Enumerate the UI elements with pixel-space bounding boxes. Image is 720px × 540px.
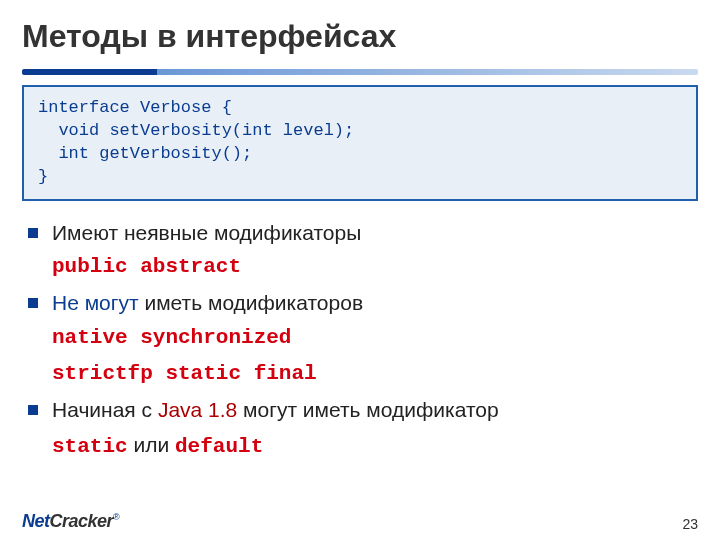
list-item: Начиная с Java 1.8 могут иметь модификат…: [22, 396, 698, 424]
bullet-version: Java 1.8: [158, 398, 237, 421]
bullet-text: или: [128, 433, 175, 456]
code-inline: strictfp static final: [22, 360, 698, 388]
bullet-icon: [28, 405, 38, 415]
list-item: Не могут иметь модификаторов: [22, 289, 698, 317]
logo-registered-icon: ®: [113, 512, 119, 522]
code-inline-group: static или default: [22, 431, 698, 461]
divider: [22, 69, 698, 75]
logo-part-cracker: Cracker: [50, 511, 114, 531]
bullet-text: Начиная с: [52, 398, 158, 421]
bullet-text: могут иметь модификатор: [237, 398, 498, 421]
code-inline: public abstract: [22, 253, 698, 281]
logo: NetCracker®: [22, 511, 119, 532]
bullet-text: Имеют неявные модификаторы: [52, 221, 361, 244]
bullet-text: иметь модификаторов: [139, 291, 363, 314]
footer: NetCracker® 23: [0, 511, 720, 532]
bullet-list: Имеют неявные модификаторы public abstra…: [22, 219, 698, 461]
code-inline: static: [52, 435, 128, 458]
list-item: Имеют неявные модификаторы: [22, 219, 698, 247]
code-block: interface Verbose { void setVerbosity(in…: [22, 85, 698, 201]
bullet-emphasis: Не могут: [52, 291, 139, 314]
bullet-icon: [28, 228, 38, 238]
logo-part-net: Net: [22, 511, 50, 531]
code-inline: native synchronized: [22, 324, 698, 352]
code-inline: default: [175, 435, 263, 458]
slide-title: Методы в интерфейсах: [0, 0, 720, 55]
bullet-icon: [28, 298, 38, 308]
page-number: 23: [682, 516, 698, 532]
